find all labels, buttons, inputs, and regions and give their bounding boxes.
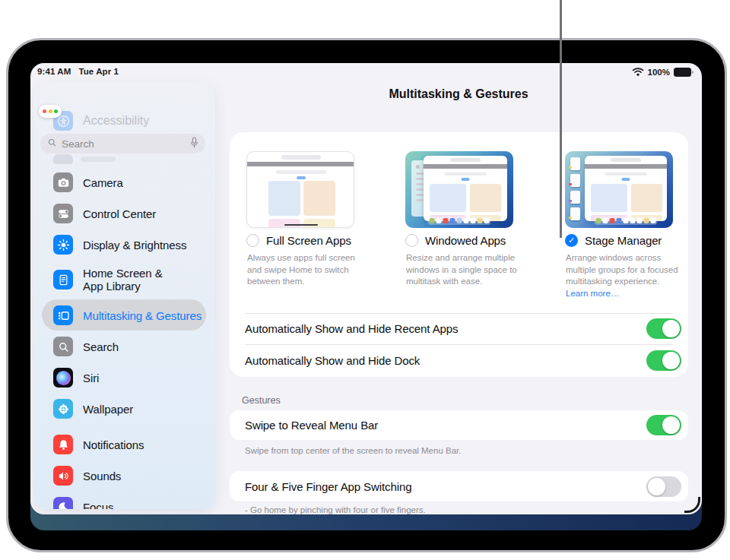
- camera-icon: [53, 172, 73, 192]
- radio-unselected-icon[interactable]: [246, 234, 259, 247]
- control-center-icon: [53, 204, 73, 223]
- sidebar-item-notifications[interactable]: Notifications: [53, 435, 144, 454]
- toggle-row-recent-apps: Automatically Show and Hide Recent Apps: [230, 313, 688, 344]
- search-placeholder: Search: [62, 138, 186, 150]
- full-screen-apps-radio-row[interactable]: Full Screen Apps: [246, 234, 351, 247]
- sidebar-item-label: Control Center: [83, 207, 156, 220]
- sidebar-item-label: Camera: [83, 176, 123, 189]
- window-controls[interactable]: [39, 105, 62, 118]
- settings-sidebar: Accessibility Search: [33, 81, 215, 509]
- recent-apps-toggle[interactable]: [646, 318, 681, 339]
- callout-line: [560, 0, 562, 238]
- toggle-label: Four & Five Finger App Switching: [245, 480, 646, 493]
- sidebar-item-label: Accessibility: [83, 114, 149, 128]
- radio-selected-icon[interactable]: ✓: [565, 234, 578, 247]
- toggle-label: Automatically Show and Hide Dock: [245, 354, 646, 367]
- battery-icon: [674, 68, 691, 77]
- gestures-section-label: Gestures: [242, 395, 281, 406]
- page-title: Multitasking & Gestures: [215, 87, 702, 101]
- sounds-icon: [53, 466, 73, 486]
- sidebar-item-multitasking-gestures[interactable]: Multitasking & Gestures: [53, 305, 202, 325]
- four-five-finger-card: Four & Five Finger App Switching: [230, 471, 688, 501]
- notifications-icon: [53, 435, 73, 454]
- four-five-footer-note: - Go home by pinching with four or five …: [245, 505, 426, 514]
- sidebar-item-label: Siri: [83, 372, 99, 384]
- ipad-screen: 9:41 AM Tue Apr 1 100%: [30, 63, 702, 530]
- dock-toggle[interactable]: [646, 350, 681, 371]
- settings-app-window: 9:41 AM Tue Apr 1 100%: [30, 63, 702, 514]
- sidebar-item-accessibility[interactable]: Accessibility: [53, 111, 149, 131]
- zoom-window-dot[interactable]: [54, 109, 58, 113]
- sidebar-item-label: Search: [83, 340, 119, 353]
- window-resize-handle[interactable]: [684, 497, 700, 513]
- sidebar-item-control-center[interactable]: Control Center: [53, 204, 156, 223]
- close-window-dot[interactable]: [43, 109, 46, 113]
- multitasking-gestures-icon: [53, 305, 73, 325]
- status-date: Tue Apr 1: [78, 67, 119, 76]
- search-input[interactable]: Search: [40, 134, 205, 153]
- scrolled-item-fragment: [81, 157, 116, 162]
- sidebar-item-focus[interactable]: Focus: [53, 497, 113, 509]
- option-windowed-apps: Windowed Apps Resize and arrange multipl…: [405, 132, 531, 313]
- wallpaper-icon: [53, 399, 73, 419]
- sidebar-item-label: Focus: [83, 501, 113, 510]
- option-label: Windowed Apps: [425, 234, 506, 247]
- sidebar-item-display-brightness[interactable]: Display & Brightness: [53, 235, 186, 255]
- option-label: Full Screen Apps: [266, 234, 351, 247]
- windowed-apps-thumbnail[interactable]: [405, 151, 513, 228]
- sidebar-item-siri[interactable]: Siri: [53, 368, 99, 388]
- windowed-apps-radio-row[interactable]: Windowed Apps: [405, 234, 506, 247]
- mic-icon[interactable]: [190, 137, 198, 151]
- sidebar-item-sounds[interactable]: Sounds: [53, 466, 121, 486]
- status-time: 9:41 AM: [37, 67, 71, 76]
- focus-moon-icon: [53, 497, 73, 509]
- battery-percent: 100%: [648, 68, 670, 77]
- option-full-screen-apps: Full Screen Apps Always use apps full sc…: [246, 132, 372, 313]
- stage-manager-radio-row[interactable]: ✓ Stage Manager: [565, 234, 662, 247]
- option-label: Stage Manager: [585, 234, 662, 247]
- swipe-reveal-menu-bar-card: Swipe to Reveal Menu Bar: [230, 410, 688, 440]
- learn-more-link[interactable]: Learn more…: [566, 289, 619, 298]
- swipe-menu-bar-toggle[interactable]: [646, 415, 681, 435]
- sidebar-item-home-screen-app-library[interactable]: Home Screen &App Library: [53, 267, 163, 293]
- sidebar-item-camera[interactable]: Camera: [53, 172, 123, 192]
- minimize-window-dot[interactable]: [49, 109, 52, 113]
- radio-unselected-icon[interactable]: [405, 234, 418, 247]
- stage-manager-thumbnail[interactable]: [565, 151, 673, 228]
- toggle-row-dock: Automatically Show and Hide Dock: [230, 344, 688, 377]
- sidebar-item-label: Display & Brightness: [83, 239, 186, 252]
- ipad-device-frame: 9:41 AM Tue Apr 1 100%: [6, 38, 727, 552]
- page: 9:41 AM Tue Apr 1 100%: [0, 0, 730, 560]
- sidebar-item-label: Wallpaper: [83, 403, 133, 416]
- search-icon: [47, 137, 57, 150]
- home-screen-icon: [53, 270, 73, 289]
- option-description: Arrange windows across multiple groups f…: [566, 252, 684, 299]
- scrolled-item-fragment: [53, 154, 73, 164]
- status-bar: 9:41 AM Tue Apr 1 100%: [30, 63, 702, 81]
- option-description: Always use apps full screen and swipe Ho…: [247, 252, 365, 288]
- wifi-icon: [632, 67, 644, 78]
- option-description: Resize and arrange multiple windows in a…: [406, 252, 524, 288]
- option-stage-manager: ✓ Stage Manager Arrange windows across m…: [565, 132, 690, 313]
- siri-icon: [53, 368, 73, 388]
- sidebar-item-label: Sounds: [83, 470, 121, 482]
- sidebar-item-label: Notifications: [83, 438, 144, 451]
- toggle-label: Swipe to Reveal Menu Bar: [245, 419, 646, 432]
- sidebar-item-label: Multitasking & Gestures: [83, 309, 202, 322]
- sidebar-item-wallpaper[interactable]: Wallpaper: [53, 399, 133, 419]
- search-settings-icon: [53, 337, 73, 356]
- display-brightness-icon: [53, 235, 73, 255]
- sidebar-item-label: Home Screen &App Library: [83, 267, 163, 293]
- multitasking-options-card: Full Screen Apps Always use apps full sc…: [230, 132, 688, 377]
- sidebar-item-search[interactable]: Search: [53, 337, 119, 356]
- swipe-footer-note: Swipe from top center of the screen to r…: [245, 446, 461, 455]
- toggle-label: Automatically Show and Hide Recent Apps: [245, 322, 646, 335]
- four-five-finger-toggle[interactable]: [646, 476, 681, 497]
- full-screen-apps-thumbnail[interactable]: [246, 151, 354, 228]
